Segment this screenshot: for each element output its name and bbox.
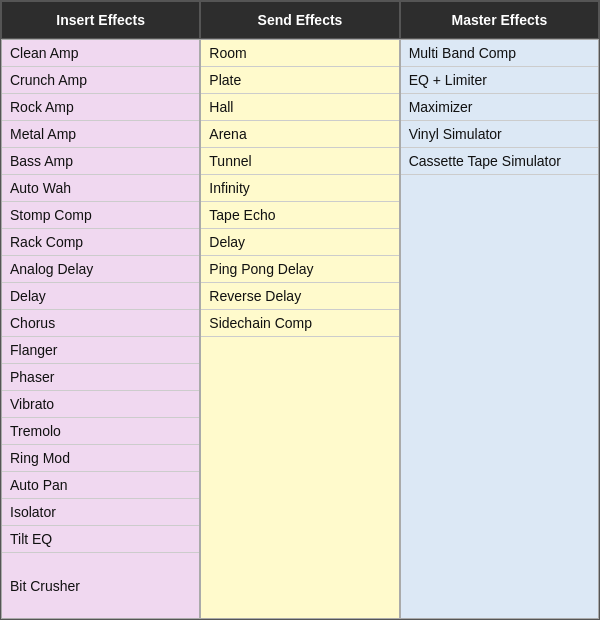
list-item: Crunch Amp	[2, 67, 199, 94]
insert-effects-column: Clean AmpCrunch AmpRock AmpMetal AmpBass…	[1, 39, 200, 619]
master-effects-header: Master Effects	[400, 1, 599, 39]
list-item: Isolator	[2, 499, 199, 526]
list-item: Auto Wah	[2, 175, 199, 202]
list-item: Bass Amp	[2, 148, 199, 175]
list-item: Maximizer	[401, 94, 598, 121]
list-item: Rack Comp	[2, 229, 199, 256]
list-item: Delay	[2, 283, 199, 310]
list-item: Reverse Delay	[201, 283, 398, 310]
list-item: Bit Crusher	[2, 553, 199, 618]
list-item: Plate	[201, 67, 398, 94]
list-item: Ping Pong Delay	[201, 256, 398, 283]
table-header: Insert Effects Send Effects Master Effec…	[1, 1, 599, 39]
table-body: Clean AmpCrunch AmpRock AmpMetal AmpBass…	[1, 39, 599, 619]
list-item: EQ + Limiter	[401, 67, 598, 94]
list-item: Chorus	[2, 310, 199, 337]
send-effects-header: Send Effects	[200, 1, 399, 39]
list-item: Phaser	[2, 364, 199, 391]
insert-effects-header: Insert Effects	[1, 1, 200, 39]
list-item: Flanger	[2, 337, 199, 364]
list-item: Delay	[201, 229, 398, 256]
list-item: Tremolo	[2, 418, 199, 445]
list-item: Hall	[201, 94, 398, 121]
list-item: Infinity	[201, 175, 398, 202]
list-item: Metal Amp	[2, 121, 199, 148]
list-item: Analog Delay	[2, 256, 199, 283]
list-item: Clean Amp	[2, 40, 199, 67]
list-item: Auto Pan	[2, 472, 199, 499]
list-item: Tunnel	[201, 148, 398, 175]
list-item: Arena	[201, 121, 398, 148]
list-item: Tilt EQ	[2, 526, 199, 553]
list-item-empty	[201, 337, 398, 618]
list-item: Tape Echo	[201, 202, 398, 229]
list-item: Ring Mod	[2, 445, 199, 472]
list-item: Vibrato	[2, 391, 199, 418]
list-item: Multi Band Comp	[401, 40, 598, 67]
list-item-empty	[401, 175, 598, 618]
effects-table: Insert Effects Send Effects Master Effec…	[0, 0, 600, 620]
list-item: Cassette Tape Simulator	[401, 148, 598, 175]
list-item: Vinyl Simulator	[401, 121, 598, 148]
list-item: Rock Amp	[2, 94, 199, 121]
list-item: Sidechain Comp	[201, 310, 398, 337]
list-item: Room	[201, 40, 398, 67]
send-effects-column: RoomPlateHallArenaTunnelInfinityTape Ech…	[200, 39, 399, 619]
master-effects-column: Multi Band CompEQ + LimiterMaximizerViny…	[400, 39, 599, 619]
list-item: Stomp Comp	[2, 202, 199, 229]
